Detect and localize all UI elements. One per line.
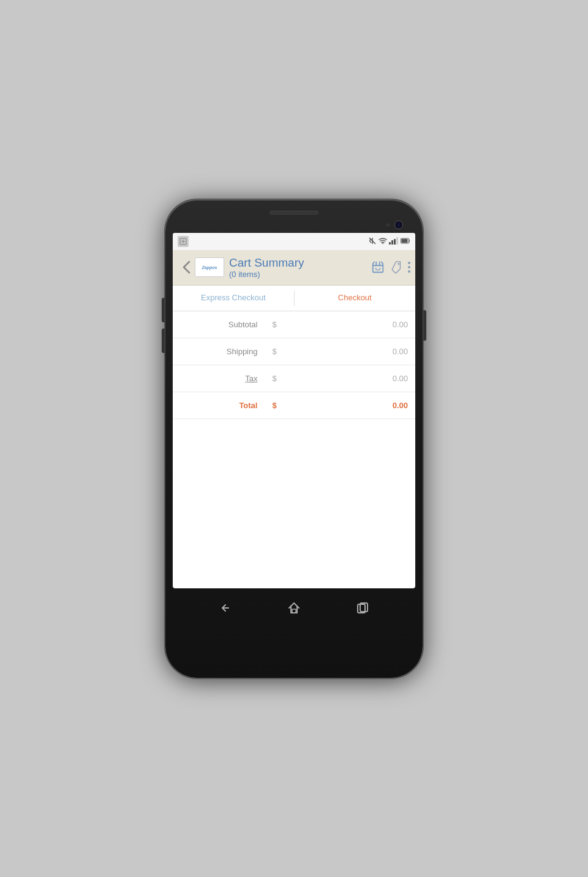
tax-amount: 0.00	[284, 365, 415, 392]
mute-icon	[368, 237, 377, 246]
tax-label[interactable]: Tax	[173, 365, 265, 392]
signal-icon	[389, 237, 399, 246]
total-label: Total	[173, 392, 265, 419]
bottom-navigation	[173, 597, 415, 619]
tag-icon[interactable]	[391, 260, 402, 274]
subtotal-row: Subtotal $ 0.00	[173, 311, 415, 338]
shipping-dollar: $	[265, 338, 284, 365]
status-right	[368, 237, 410, 246]
phone-device: Zappos Cart Summary (0 items)	[165, 200, 423, 678]
subtotal-amount: 0.00	[284, 311, 415, 338]
page-title: Cart Summary	[229, 256, 371, 270]
volume-up-button	[162, 298, 165, 322]
wifi-icon	[379, 237, 387, 245]
total-amount: 0.00	[284, 392, 415, 419]
speaker	[270, 211, 318, 215]
title-area: Cart Summary (0 items)	[229, 256, 371, 279]
shipping-row: Shipping $ 0.00	[173, 338, 415, 365]
more-dots	[408, 260, 410, 274]
power-button	[423, 310, 426, 341]
svg-rect-7	[394, 239, 396, 245]
cart-icon[interactable]	[371, 260, 385, 274]
svg-rect-10	[402, 239, 408, 243]
tabs: Express Checkout Checkout	[173, 286, 415, 311]
back-nav-button[interactable]	[214, 597, 236, 619]
subtotal-dollar: $	[265, 311, 284, 338]
dot-3	[408, 270, 410, 273]
zappos-logo: Zappos	[195, 257, 224, 277]
status-bar	[173, 233, 415, 250]
dot-2	[408, 266, 410, 268]
svg-point-4	[382, 243, 383, 245]
total-dollar: $	[265, 392, 284, 419]
notification-icon	[178, 236, 189, 247]
shipping-label: Shipping	[173, 338, 265, 365]
camera-area	[173, 221, 415, 229]
camera-lens	[394, 221, 403, 229]
tab-express-checkout[interactable]: Express Checkout	[173, 286, 294, 311]
tax-dollar: $	[265, 365, 284, 392]
svg-rect-5	[389, 242, 391, 245]
subtotal-label: Subtotal	[173, 311, 265, 338]
svg-rect-6	[391, 240, 393, 245]
tax-row: Tax $ 0.00	[173, 365, 415, 392]
item-count: (0 items)	[229, 270, 371, 279]
tab-checkout[interactable]: Checkout	[295, 286, 416, 311]
action-icons	[371, 260, 410, 274]
svg-point-12	[398, 263, 399, 265]
total-row: Total $ 0.00	[173, 392, 415, 419]
status-left	[178, 236, 189, 247]
screen: Zappos Cart Summary (0 items)	[173, 233, 415, 588]
home-nav-button[interactable]	[283, 597, 305, 619]
action-bar: Zappos Cart Summary (0 items)	[173, 250, 415, 286]
recents-nav-button[interactable]	[352, 597, 374, 619]
sensor-dot	[386, 223, 390, 227]
svg-rect-8	[396, 237, 398, 245]
battery-icon	[401, 238, 410, 245]
back-button[interactable]	[178, 259, 195, 276]
dot-1	[408, 262, 410, 264]
shipping-amount: 0.00	[284, 338, 415, 365]
cart-summary-content: Subtotal $ 0.00 Shipping $ 0.00 Tax $	[173, 311, 415, 585]
more-icon[interactable]	[408, 260, 410, 274]
summary-table: Subtotal $ 0.00 Shipping $ 0.00 Tax $	[173, 311, 415, 419]
volume-down-button	[162, 328, 165, 353]
